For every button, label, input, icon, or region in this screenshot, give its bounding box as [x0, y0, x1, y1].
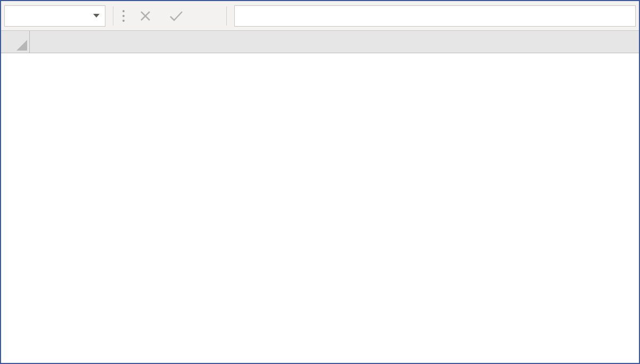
drag-handle-icon[interactable]: [121, 6, 126, 26]
formula-input[interactable]: [234, 5, 636, 27]
chevron-down-icon: [93, 14, 100, 18]
spreadsheet-grid: [1, 31, 639, 363]
separator: [226, 6, 227, 26]
select-all-corner[interactable]: [1, 31, 30, 53]
name-box[interactable]: [4, 5, 105, 27]
formula-bar: [1, 1, 639, 31]
enter-button[interactable]: [165, 5, 188, 27]
cancel-button[interactable]: [134, 5, 157, 27]
separator: [113, 6, 113, 26]
